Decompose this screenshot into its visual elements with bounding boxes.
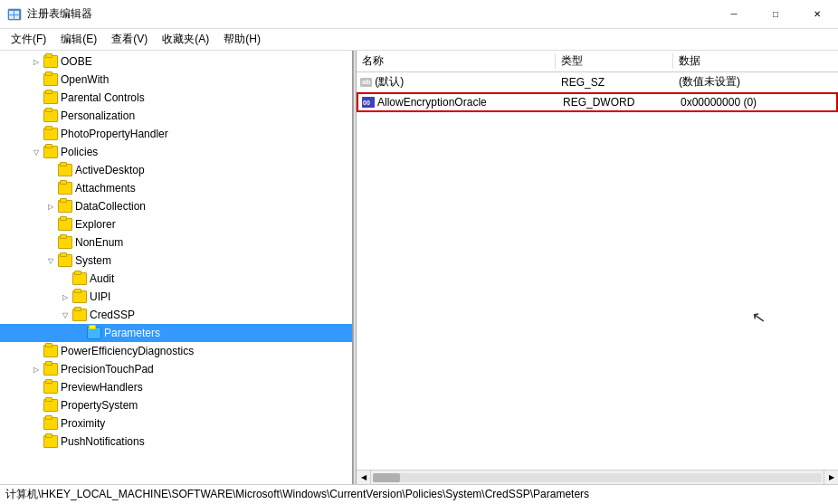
scrollbar-thumb[interactable] <box>373 473 400 482</box>
folder-icon-credssp <box>72 309 87 321</box>
empty-panel-area: ↖ <box>357 271 838 471</box>
window-controls: ─ □ ✕ <box>713 0 838 29</box>
menu-file[interactable]: 文件(F) <box>4 30 53 50</box>
expander-system[interactable]: ▽ <box>43 253 58 268</box>
folder-icon-datacollection <box>58 200 72 213</box>
tree-label-proximity: Proximity <box>61 417 105 430</box>
folder-icon-photopropertyhandler <box>43 128 58 140</box>
reg-icon-ab-default: ab <box>360 78 372 87</box>
expander-propertysystem <box>29 398 43 413</box>
tree-item-parameters[interactable]: Parameters <box>0 324 352 342</box>
mouse-cursor-icon: ↖ <box>750 306 767 328</box>
tree-item-pushnotifications[interactable]: PushNotifications <box>0 433 352 451</box>
folder-icon-explorer <box>58 218 72 231</box>
expander-uipi[interactable]: ▷ <box>58 290 72 304</box>
cell-data-default: (数值未设置) <box>673 74 838 90</box>
tree-item-system[interactable]: ▽ System <box>0 252 352 270</box>
tree-item-nonenum[interactable]: NonEnum <box>0 233 352 252</box>
svg-rect-2 <box>14 11 19 14</box>
table-body: ab (默认) REG_SZ (数值未设置) 00 AllowEncryptio… <box>357 72 838 271</box>
tree-item-photopropertyhandler[interactable]: PhotoPropertyHandler <box>0 125 352 143</box>
tree-label-propertysystem: PropertySystem <box>61 399 138 412</box>
tree-label-policies: Policies <box>61 146 98 158</box>
folder-icon-attachments <box>58 182 72 195</box>
tree-item-credssp[interactable]: ▽ CredSSP <box>0 306 352 324</box>
expander-proximity <box>29 416 43 431</box>
expander-attachments <box>43 181 58 195</box>
folder-icon-policies <box>43 146 58 158</box>
window-title: 注册表编辑器 <box>27 6 92 22</box>
tree-label-parameters: Parameters <box>104 327 160 339</box>
expander-policies[interactable]: ▽ <box>29 145 43 159</box>
menu-edit[interactable]: 编辑(E) <box>53 30 104 50</box>
svg-rect-4 <box>14 15 19 19</box>
tree-item-previewhandlers[interactable]: PreviewHandlers <box>0 378 352 396</box>
cell-name-default: ab (默认) <box>357 74 556 90</box>
tree-scroll[interactable]: ▷ OOBE OpenWith Parental Controls <box>0 51 352 484</box>
scrollbar-track <box>373 473 822 482</box>
tree-item-precisiontouchpad[interactable]: ▷ PrecisionTouchPad <box>0 360 352 378</box>
table-row-default[interactable]: ab (默认) REG_SZ (数值未设置) <box>357 72 838 92</box>
expander-photopropertyhandler <box>29 127 43 141</box>
scroll-right-btn[interactable]: ▶ <box>824 471 838 485</box>
close-button[interactable]: ✕ <box>796 0 838 29</box>
title-bar: 注册表编辑器 ─ □ ✕ <box>0 0 838 29</box>
tree-item-uipi[interactable]: ▷ UIPI <box>0 288 352 306</box>
folder-icon-precisiontouchpad <box>43 363 58 376</box>
tree-item-attachments[interactable]: Attachments <box>0 179 352 197</box>
expander-oobe[interactable]: ▷ <box>29 54 43 69</box>
scroll-left-btn[interactable]: ◀ <box>357 471 371 485</box>
svg-rect-1 <box>9 11 14 14</box>
col-header-type: 类型 <box>556 53 673 69</box>
folder-icon-parentalcontrols <box>43 91 58 104</box>
tree-item-explorer[interactable]: Explorer <box>0 215 352 233</box>
tree-item-policies[interactable]: ▽ Policies <box>0 143 352 161</box>
main-area: ▷ OOBE OpenWith Parental Controls <box>0 51 838 484</box>
minimize-button[interactable]: ─ <box>713 0 755 29</box>
svg-rect-3 <box>9 15 14 19</box>
right-scrollbar[interactable]: ◀ ▶ <box>357 470 838 484</box>
table-header: 名称 类型 数据 <box>357 51 838 72</box>
folder-icon-activedesktop <box>58 164 72 176</box>
tree-item-propertysystem[interactable]: PropertySystem <box>0 396 352 414</box>
expander-explorer <box>43 217 58 232</box>
tree-label-attachments: Attachments <box>75 182 136 195</box>
tree-item-oobe[interactable]: ▷ OOBE <box>0 52 352 71</box>
expander-credssp[interactable]: ▽ <box>58 308 72 322</box>
tree-label-nonenum: NonEnum <box>75 236 123 249</box>
tree-label-openwith: OpenWith <box>61 73 109 86</box>
tree-item-powerefficiency[interactable]: PowerEfficiencyDiagnostics <box>0 342 352 360</box>
menu-help[interactable]: 帮助(H) <box>216 30 268 50</box>
tree-item-datacollection[interactable]: ▷ DataCollection <box>0 197 352 215</box>
tree-panel: ▷ OOBE OpenWith Parental Controls <box>0 51 353 484</box>
folder-icon-system <box>58 254 72 267</box>
tree-item-audit[interactable]: Audit <box>0 270 352 288</box>
tree-item-proximity[interactable]: Proximity <box>0 414 352 433</box>
folder-icon-powerefficiency <box>43 345 58 357</box>
tree-item-personalization[interactable]: Personalization <box>0 107 352 125</box>
expander-parentalcontrols <box>29 90 43 105</box>
expander-datacollection[interactable]: ▷ <box>43 199 58 214</box>
menu-view[interactable]: 查看(V) <box>104 30 155 50</box>
folder-icon-previewhandlers <box>43 381 58 394</box>
expander-precisiontouchpad[interactable]: ▷ <box>29 362 43 376</box>
menu-favorites[interactable]: 收藏夹(A) <box>155 30 216 50</box>
tree-label-activedesktop: ActiveDesktop <box>75 164 145 176</box>
app-icon <box>7 7 22 22</box>
expander-powerefficiency <box>29 344 43 358</box>
folder-icon-proximity <box>43 417 58 430</box>
tree-item-openwith[interactable]: OpenWith <box>0 71 352 89</box>
folder-icon-audit <box>72 272 87 285</box>
cell-type-default: REG_SZ <box>556 76 673 89</box>
right-panel: 名称 类型 数据 ab (默认) REG_SZ (数值未设置) <box>357 51 838 484</box>
status-bar: 计算机\HKEY_LOCAL_MACHINE\SOFTWARE\Microsof… <box>0 484 838 504</box>
tree-item-parentalcontrols[interactable]: Parental Controls <box>0 89 352 107</box>
tree-label-precisiontouchpad: PrecisionTouchPad <box>61 363 154 376</box>
table-row-allowencryptionoracle[interactable]: 00 AllowEncryptionOracle REG_DWORD 0x000… <box>357 92 838 112</box>
maximize-button[interactable]: □ <box>755 0 796 29</box>
tree-content: ▷ OOBE OpenWith Parental Controls <box>0 51 352 452</box>
folder-icon-personalization <box>43 109 58 122</box>
tree-label-explorer: Explorer <box>75 218 116 231</box>
svg-text:00: 00 <box>363 100 370 106</box>
tree-item-activedesktop[interactable]: ActiveDesktop <box>0 161 352 179</box>
